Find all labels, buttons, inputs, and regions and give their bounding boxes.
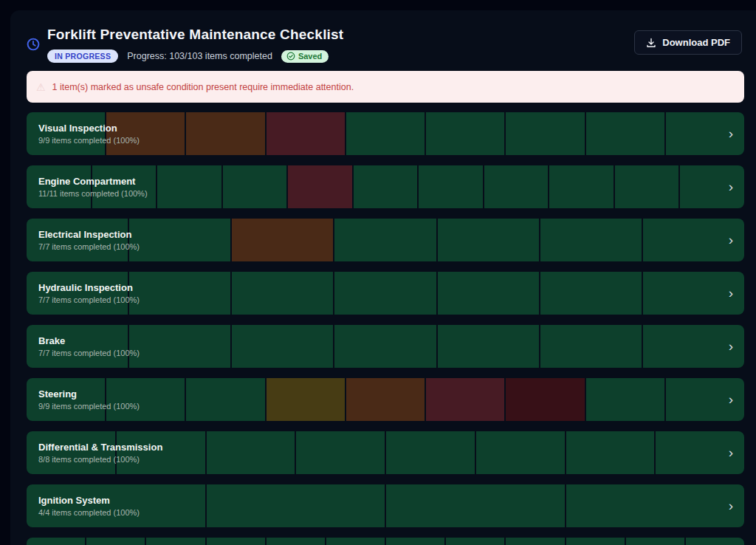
item-status-segment-ok xyxy=(484,165,549,208)
item-status-segment-ok xyxy=(386,538,444,545)
category-label: Electrical Inspection7/7 items completed… xyxy=(38,229,140,251)
item-status-segment-ok xyxy=(680,165,744,208)
category-label: Engine Compartment11/11 items completed … xyxy=(38,176,148,198)
category-progress: 7/7 items completed (100%) xyxy=(38,349,140,357)
chevron-right-icon: › xyxy=(729,339,733,353)
item-status-segment-brown xyxy=(232,219,333,261)
item-status-segment-ok xyxy=(334,325,436,368)
item-status-segment-ok xyxy=(438,325,539,368)
item-status-segment-ok xyxy=(232,272,333,315)
category-row[interactable]: Differential & Transmission8/8 items com… xyxy=(27,431,744,474)
category-row[interactable]: Steering9/9 items completed (100%)› xyxy=(27,378,744,421)
category-progress: 4/4 items completed (100%) xyxy=(38,508,140,517)
item-status-segment-ok xyxy=(549,165,614,208)
item-status-segment-ok xyxy=(540,325,642,368)
category-name: Hydraulic Inspection xyxy=(38,282,140,293)
download-pdf-button[interactable]: Download PDF xyxy=(634,30,742,55)
item-status-segment-ok xyxy=(232,325,333,368)
item-status-segment-ok xyxy=(267,538,325,545)
item-status-segment-ok xyxy=(419,165,483,208)
download-pdf-label: Download PDF xyxy=(662,37,730,48)
item-status-segment-ok xyxy=(157,165,221,208)
item-status-segment-ok xyxy=(207,538,265,545)
item-status-segment-ok xyxy=(626,538,684,545)
page-header: Forklift Preventative Maintenance Checkl… xyxy=(27,27,744,68)
item-status-segment-ok xyxy=(346,112,425,155)
chevron-right-icon: › xyxy=(729,286,733,300)
category-label: Ignition System4/4 items completed (100%… xyxy=(38,495,140,517)
status-badge: IN PROGRESS xyxy=(47,49,118,63)
category-label: Differential & Transmission8/8 items com… xyxy=(38,442,162,464)
item-status-segment-ok xyxy=(438,272,539,315)
alert-message: 1 item(s) marked as unsafe condition pre… xyxy=(52,82,354,92)
category-progress: 9/9 items completed (100%) xyxy=(38,136,140,145)
category-row[interactable] xyxy=(27,538,744,545)
unsafe-condition-alert: ⚠ 1 item(s) marked as unsafe condition p… xyxy=(27,71,744,103)
warning-icon: ⚠ xyxy=(36,81,46,93)
saved-badge-label: Saved xyxy=(298,52,322,61)
item-status-segment-ok xyxy=(438,219,539,261)
item-status-segment-ok xyxy=(426,112,504,155)
category-progress: 7/7 items completed (100%) xyxy=(38,242,140,251)
item-status-segment-ok xyxy=(223,165,287,208)
item-status-segment-ok xyxy=(86,538,145,545)
item-status-segment-ok xyxy=(129,325,230,368)
saved-badge: Saved xyxy=(281,50,329,63)
category-row[interactable]: Visual Inspection9/9 items completed (10… xyxy=(27,112,744,155)
item-status-segment-maroon xyxy=(426,378,504,421)
item-status-segment-ok xyxy=(566,484,745,527)
item-status-segment-maroon xyxy=(267,112,345,155)
item-status-segment-brown xyxy=(346,378,425,421)
item-status-segment-ok xyxy=(207,484,385,527)
item-status-segment-ok xyxy=(506,112,584,155)
category-row[interactable]: Electrical Inspection7/7 items completed… xyxy=(27,219,744,261)
category-progress: 11/11 items completed (100%) xyxy=(38,189,148,198)
category-progress: 8/8 items completed (100%) xyxy=(38,455,162,464)
item-status-bar xyxy=(27,538,744,545)
chevron-right-icon: › xyxy=(729,233,733,247)
category-progress: 9/9 items completed (100%) xyxy=(38,402,140,411)
header-subline: IN PROGRESS Progress: 103/103 items comp… xyxy=(47,49,329,63)
item-status-segment-ok xyxy=(566,538,625,545)
item-status-segment-ok xyxy=(146,538,205,545)
category-label: Steering9/9 items completed (100%) xyxy=(38,388,140,411)
item-status-segment-dark xyxy=(506,378,584,421)
check-circle-icon xyxy=(286,52,295,61)
category-name: Steering xyxy=(38,388,140,400)
category-row[interactable]: Brake7/7 items completed (100%)› xyxy=(27,325,744,368)
item-status-segment-ok xyxy=(129,272,230,315)
item-status-segment-maroon xyxy=(288,165,352,208)
category-label: Visual Inspection9/9 items completed (10… xyxy=(38,123,140,145)
category-row[interactable]: Ignition System4/4 items completed (100%… xyxy=(27,484,744,527)
category-progress: 7/7 items completed (100%) xyxy=(38,295,140,304)
item-status-segment-ok xyxy=(326,538,385,545)
item-status-segment-ok xyxy=(334,272,436,315)
progress-text: Progress: 103/103 items completed xyxy=(127,51,272,61)
item-status-segment-ok xyxy=(540,219,642,261)
category-name: Electrical Inspection xyxy=(38,229,140,240)
item-status-segment-ok xyxy=(296,431,385,474)
item-status-segment-ok xyxy=(386,431,475,474)
item-status-segment-ok xyxy=(354,165,418,208)
page-title: Forklift Preventative Maintenance Checkl… xyxy=(47,27,343,43)
chevron-right-icon: › xyxy=(729,392,733,406)
item-status-segment-ok xyxy=(566,431,655,474)
item-status-segment-ok xyxy=(506,538,564,545)
item-status-segment-ok xyxy=(386,484,565,527)
chevron-right-icon: › xyxy=(729,126,733,140)
item-status-segment-ok xyxy=(476,431,565,474)
item-status-segment-ok xyxy=(186,378,264,421)
item-status-segment-brown xyxy=(186,112,264,155)
category-row[interactable]: Engine Compartment11/11 items completed … xyxy=(27,165,744,208)
item-status-segment-ok xyxy=(540,272,642,315)
category-label: Hydraulic Inspection7/7 items completed … xyxy=(38,282,140,304)
category-name: Brake xyxy=(38,335,140,346)
category-name: Engine Compartment xyxy=(38,176,148,187)
category-label: Brake7/7 items completed (100%) xyxy=(38,335,140,357)
category-name: Differential & Transmission xyxy=(38,442,162,453)
item-status-segment-ok xyxy=(686,538,744,545)
item-status-segment-ok xyxy=(586,378,664,421)
clock-icon xyxy=(27,38,40,51)
item-status-segment-olive xyxy=(267,378,345,421)
category-row[interactable]: Hydraulic Inspection7/7 items completed … xyxy=(27,272,744,315)
